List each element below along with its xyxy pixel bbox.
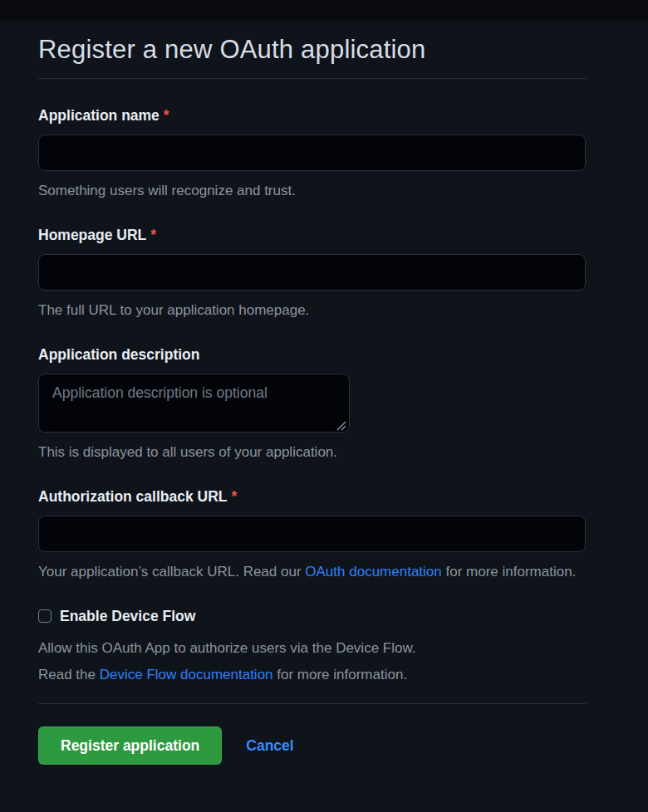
homepage-url-input[interactable] xyxy=(38,254,586,291)
homepage-url-label: Homepage URL* xyxy=(38,225,587,245)
callback-url-hint: Your application’s callback URL. Read ou… xyxy=(38,562,587,582)
enable-device-flow-checkbox[interactable] xyxy=(38,609,52,623)
required-asterisk: * xyxy=(164,107,169,124)
device-flow-documentation-link[interactable]: Device Flow documentation xyxy=(100,667,273,682)
form-actions: Register application Cancel xyxy=(38,703,587,765)
application-description-textarea[interactable] xyxy=(38,374,350,433)
application-name-hint: Something users will recognize and trust… xyxy=(38,181,587,201)
page-title: Register a new OAuth application xyxy=(38,32,587,67)
device-flow-note-prefix: Read the xyxy=(38,667,100,682)
device-flow-docs-note: Read the Device Flow documentation for m… xyxy=(38,665,587,685)
textarea-resize-handle-icon[interactable] xyxy=(336,419,346,429)
application-description-label: Application description xyxy=(38,345,587,364)
oauth-documentation-link[interactable]: OAuth documentation xyxy=(305,564,441,580)
cancel-link[interactable]: Cancel xyxy=(246,737,293,755)
homepage-url-hint: The full URL to your application homepag… xyxy=(38,301,587,320)
application-description-hint: This is displayed to all users of your a… xyxy=(38,443,587,462)
callback-url-input[interactable] xyxy=(38,516,586,552)
application-name-label: Application name* xyxy=(38,105,587,125)
form-group-application-description: Application description This is displaye… xyxy=(38,345,587,462)
form-group-callback-url: Authorization callback URL* Your applica… xyxy=(38,487,587,582)
callback-url-label-text: Authorization callback URL xyxy=(38,488,228,505)
device-flow-section: Enable Device Flow Allow this OAuth App … xyxy=(38,606,587,685)
application-description-label-text: Application description xyxy=(38,346,199,363)
application-name-label-text: Application name xyxy=(38,107,160,124)
callback-url-hint-suffix: for more information. xyxy=(442,564,577,580)
device-flow-note-suffix: for more information. xyxy=(273,667,408,682)
enable-device-flow-label[interactable]: Enable Device Flow xyxy=(60,606,195,626)
application-description-wrap xyxy=(38,374,350,433)
application-name-input[interactable] xyxy=(38,135,586,171)
oauth-app-form-page: Register a new OAuth application Applica… xyxy=(0,32,648,765)
callback-url-hint-prefix: Your application’s callback URL. Read ou… xyxy=(38,564,305,580)
form-group-homepage-url: Homepage URL* The full URL to your appli… xyxy=(38,225,587,320)
required-asterisk: * xyxy=(232,488,238,505)
form-group-application-name: Application name* Something users will r… xyxy=(38,105,587,201)
oauth-app-form: Application name* Something users will r… xyxy=(38,105,587,765)
page-header: Register a new OAuth application xyxy=(38,32,587,79)
homepage-url-label-text: Homepage URL xyxy=(38,227,146,243)
top-edge-strip xyxy=(0,0,648,21)
device-flow-checkbox-row: Enable Device Flow xyxy=(38,606,587,626)
required-asterisk: * xyxy=(150,227,156,243)
callback-url-label: Authorization callback URL* xyxy=(38,487,587,506)
device-flow-note: Allow this OAuth App to authorize users … xyxy=(38,638,587,658)
register-application-button[interactable]: Register application xyxy=(38,726,222,765)
